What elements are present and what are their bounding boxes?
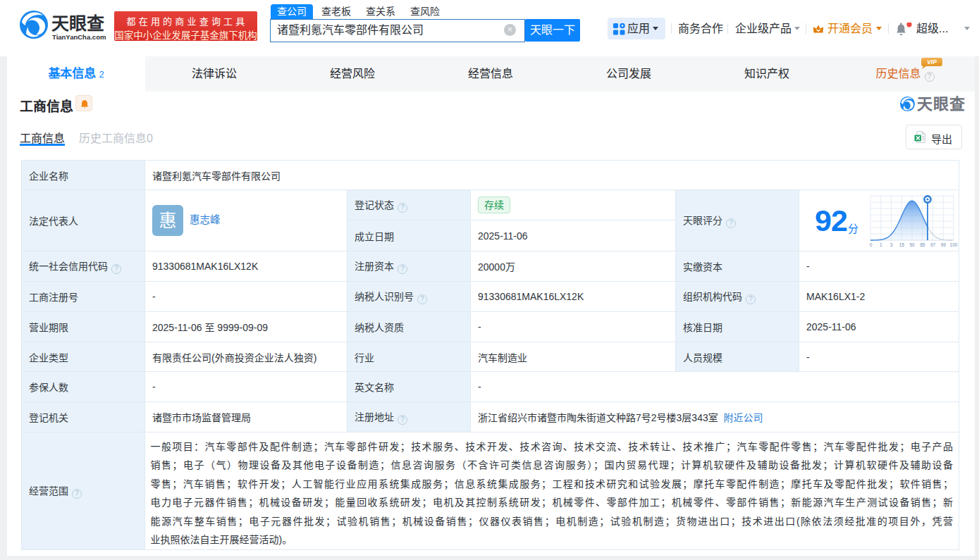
- svg-text:99: 99: [941, 242, 947, 247]
- svg-text:3: 3: [890, 242, 893, 247]
- svg-text:1: 1: [880, 242, 882, 247]
- svg-text:15: 15: [899, 242, 905, 247]
- svg-text:100: 100: [950, 242, 958, 247]
- svg-text:VIP: VIP: [927, 58, 937, 66]
- svg-text:0: 0: [870, 242, 873, 247]
- svg-text:97: 97: [930, 242, 936, 247]
- svg-text:50: 50: [909, 242, 915, 247]
- svg-text:85: 85: [920, 242, 925, 247]
